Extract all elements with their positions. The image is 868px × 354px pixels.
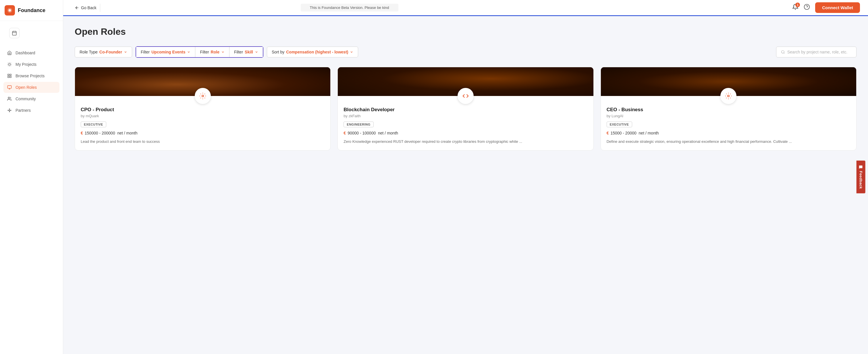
chevron-down-icon-2	[187, 50, 190, 54]
svg-point-22	[8, 97, 9, 98]
svg-line-9	[8, 63, 8, 63]
feedback-icon	[859, 165, 863, 169]
card-description: Define and execute strategic vision, ens…	[607, 139, 850, 145]
role-card[interactable]: Blockchain Developer by zkFaith ENGINEER…	[338, 67, 593, 151]
open-roles-icon	[7, 85, 12, 90]
card-description: Zero Knowledge experienced RUST develope…	[343, 139, 587, 145]
sidebar: Foundance Dashboard My Projects	[0, 0, 63, 354]
browse-icon	[7, 73, 12, 79]
notification-button[interactable]: 1	[792, 4, 799, 11]
go-back-label: Go Back	[81, 5, 96, 10]
sidebar-item-my-projects[interactable]: My Projects	[3, 59, 59, 70]
upcoming-events-filter-label: Filter	[141, 50, 150, 54]
card-body: CPO - Product by mQuark EXECUTIVE € 1500…	[75, 96, 330, 150]
card-body: Blockchain Developer by zkFaith ENGINEER…	[338, 96, 593, 150]
sidebar-item-dashboard-label: Dashboard	[16, 51, 35, 55]
card-salary: € 90000 - 100000 net / month	[343, 131, 587, 135]
salary-range: 150000 - 200000 net / month	[85, 131, 137, 135]
svg-rect-17	[8, 76, 9, 78]
svg-rect-18	[10, 76, 11, 78]
sort-label: Sort by	[272, 50, 284, 54]
chevron-down-icon	[124, 50, 127, 54]
card-tag: EXECUTIVE	[81, 122, 106, 127]
card-title: CEO - Business	[607, 107, 850, 113]
euro-icon: €	[81, 131, 83, 135]
card-salary: € 150000 - 200000 net / month	[81, 131, 324, 135]
svg-point-6	[9, 63, 11, 65]
arrow-left-icon	[75, 5, 79, 10]
card-by: by LungAI	[607, 114, 850, 118]
search-placeholder: Search by project name, role, etc.	[787, 50, 847, 54]
card-avatar	[195, 88, 211, 104]
sidebar-item-community-label: Community	[16, 96, 36, 101]
card-tag: EXECUTIVE	[607, 122, 632, 127]
svg-rect-19	[7, 86, 11, 88]
svg-point-32	[781, 51, 784, 53]
euro-icon: €	[343, 131, 346, 135]
card-tag: ENGINEERING	[343, 122, 374, 127]
beta-notice: This is Foundance Beta Version. Please b…	[301, 4, 398, 11]
svg-rect-2	[12, 31, 17, 35]
partners-icon	[7, 108, 12, 113]
sidebar-item-partners-label: Partners	[16, 108, 31, 113]
salary-range: 90000 - 100000 net / month	[347, 131, 398, 135]
card-description: Lead the product and front end team to s…	[81, 139, 324, 145]
role-card[interactable]: CEO - Business by LungAI EXECUTIVE € 150…	[600, 67, 857, 151]
calendar-button[interactable]	[9, 28, 20, 38]
go-back-button[interactable]: Go Back	[71, 4, 100, 12]
role-filter[interactable]: Filter Role	[195, 47, 229, 57]
sidebar-item-browse-projects-label: Browse Projects	[16, 73, 44, 78]
card-banner	[75, 67, 330, 96]
connect-wallet-button[interactable]: Connect Wallet	[815, 2, 860, 13]
sort-button[interactable]: Sort by Compensation (highest - lowest)	[267, 47, 359, 57]
upcoming-events-filter[interactable]: Filter Upcoming Events	[136, 47, 195, 57]
chevron-down-icon-5	[350, 50, 353, 54]
skill-filter[interactable]: Filter Skill	[229, 47, 263, 57]
role-filter-value: Role	[211, 50, 219, 54]
search-box[interactable]: Search by project name, role, etc.	[776, 47, 857, 57]
salary-range: 15000 - 20000 net / month	[610, 131, 659, 135]
svg-point-25	[9, 109, 10, 109]
skill-filter-value: Skill	[245, 50, 253, 54]
topbar: Go Back This is Foundance Beta Version. …	[63, 0, 868, 16]
sidebar-item-my-projects-label: My Projects	[16, 62, 36, 67]
card-body: CEO - Business by LungAI EXECUTIVE € 150…	[601, 96, 856, 150]
sidebar-item-open-roles[interactable]: Open Roles	[3, 82, 59, 93]
chevron-down-icon-4	[255, 50, 258, 54]
page-title: Open Roles	[75, 26, 857, 37]
filter-bar: Role Type Co-Founder Filter Upcoming Eve…	[75, 46, 857, 58]
topbar-right: 1 Connect Wallet	[792, 2, 860, 13]
app-name: Foundance	[18, 7, 45, 13]
svg-point-34	[202, 95, 204, 97]
home-icon	[7, 50, 12, 55]
skill-filter-label: Filter	[234, 50, 243, 54]
app-logo-icon	[5, 5, 15, 16]
svg-point-27	[8, 110, 8, 111]
svg-line-33	[784, 53, 785, 54]
role-card[interactable]: CPO - Product by mQuark EXECUTIVE € 1500…	[75, 67, 331, 151]
lightbulb-icon	[7, 62, 12, 67]
chevron-down-icon-3	[221, 50, 225, 54]
main-content: Go Back This is Foundance Beta Version. …	[63, 0, 868, 354]
community-icon	[7, 96, 12, 101]
upcoming-events-filter-value: Upcoming Events	[151, 50, 185, 54]
role-filter-label: Filter	[200, 50, 209, 54]
help-button[interactable]	[804, 4, 810, 11]
sidebar-item-community[interactable]: Community	[3, 93, 59, 104]
svg-rect-16	[10, 74, 11, 76]
card-salary: € 15000 - 20000 net / month	[607, 131, 850, 135]
role-type-value: Co-Founder	[99, 50, 122, 54]
sidebar-item-browse-projects[interactable]: Browse Projects	[3, 70, 59, 81]
svg-point-26	[9, 112, 10, 112]
card-banner	[601, 67, 856, 96]
feedback-tab[interactable]: Feedback	[856, 160, 865, 194]
svg-point-1	[9, 9, 11, 11]
sidebar-item-partners[interactable]: Partners	[3, 105, 59, 116]
notification-badge: 1	[795, 3, 800, 7]
cards-grid: CPO - Product by mQuark EXECUTIVE € 1500…	[75, 67, 857, 151]
feedback-label: Feedback	[859, 171, 863, 189]
sort-value: Compensation (highest - lowest)	[286, 50, 348, 54]
sidebar-item-dashboard[interactable]: Dashboard	[3, 48, 59, 58]
sidebar-nav: Dashboard My Projects Browse Projects Op…	[0, 45, 63, 354]
role-type-filter[interactable]: Role Type Co-Founder	[75, 47, 132, 57]
